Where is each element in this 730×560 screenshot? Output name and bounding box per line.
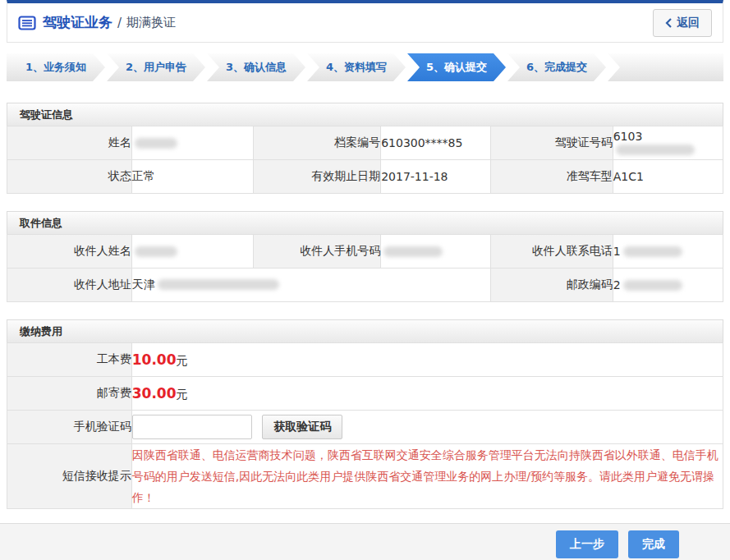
postcode-value: 2 xyxy=(613,269,723,302)
recipient-address-value: 天津 xyxy=(131,269,491,302)
license-card-icon xyxy=(18,16,36,30)
vehicle-class-value: A1C1 xyxy=(613,160,723,194)
recipient-name-value xyxy=(131,235,253,269)
post-fee-label: 邮寄费 xyxy=(7,377,132,411)
license-info-table: 姓名 档案编号 610300****85 驾驶证号码 6103 状态 正常 有效… xyxy=(7,126,723,194)
redacted-value xyxy=(158,279,279,290)
post-fee-value: 30.00元 xyxy=(131,377,723,411)
card-fee-unit: 元 xyxy=(177,354,188,367)
name-label: 姓名 xyxy=(7,126,132,160)
status-label: 状态 xyxy=(7,160,132,194)
pickup-info-table: 收件人姓名 收件人手机号码 收件人联系电话 1 收件人地址 天津 邮政编码 2 xyxy=(7,234,723,302)
page-header: 驾驶证业务 / 期满换证 返回 xyxy=(7,0,723,43)
table-row: 状态 正常 有效期止日期 2017-11-18 准驾车型 A1C1 xyxy=(7,160,723,194)
recipient-phone-value: 1 xyxy=(613,235,723,269)
file-number-value: 610300****85 xyxy=(381,126,491,160)
footer-action-bar: 上一步 完成 xyxy=(0,523,730,560)
sms-notice-text: 因陕西省联通、电信运营商技术问题，陕西省互联网交通安全综合服务管理平台无法向持陕… xyxy=(132,444,723,508)
step-tab-2[interactable]: 2、用户申告 xyxy=(107,53,205,81)
recipient-address-label: 收件人地址 xyxy=(7,269,132,302)
post-fee-unit: 元 xyxy=(177,388,188,401)
back-button-label: 返回 xyxy=(677,16,700,30)
recipient-phone-label: 收件人联系电话 xyxy=(491,235,613,269)
previous-step-button[interactable]: 上一步 xyxy=(556,530,618,558)
get-sms-code-button[interactable]: 获取验证码 xyxy=(262,415,342,439)
step-tab-1[interactable]: 1、业务须知 xyxy=(7,53,105,81)
redacted-value xyxy=(383,246,443,257)
section-title-pickup: 取件信息 xyxy=(7,211,723,234)
fees-table: 工本费 10.00元 邮寄费 30.00元 手机验证码 获取验证码 短信接收提 xyxy=(7,342,723,509)
chevron-left-icon xyxy=(665,18,672,28)
table-row: 邮寄费 30.00元 xyxy=(7,377,723,411)
redacted-value xyxy=(623,246,682,257)
license-number-value: 6103 xyxy=(613,126,723,160)
breadcrumb-separator: / xyxy=(117,16,122,30)
step-tabs: 1、业务须知 2、用户申告 3、确认信息 4、资料填写 5、确认提交 6、完成提… xyxy=(7,53,723,81)
breadcrumb-current: 期满换证 xyxy=(126,15,176,30)
postcode-label: 邮政编码 xyxy=(491,269,613,302)
table-row: 短信接收提示 因陕西省联通、电信运营商技术问题，陕西省互联网交通安全综合服务管理… xyxy=(7,444,723,509)
sms-code-input[interactable] xyxy=(132,415,252,439)
recipient-mobile-value xyxy=(381,235,491,269)
status-value: 正常 xyxy=(131,160,253,194)
section-title-license: 驾驶证信息 xyxy=(7,103,723,126)
finish-button[interactable]: 完成 xyxy=(628,530,679,558)
file-number-label: 档案编号 xyxy=(253,126,380,160)
table-row: 收件人姓名 收件人手机号码 收件人联系电话 1 xyxy=(7,235,723,269)
section-license-info: 驾驶证信息 姓名 档案编号 610300****85 驾驶证号码 6103 状态… xyxy=(7,103,723,194)
redacted-value xyxy=(616,145,695,155)
card-fee-value: 10.00元 xyxy=(131,343,723,377)
step-tab-6[interactable]: 6、完成提交 xyxy=(507,53,606,81)
step-tab-5-active[interactable]: 5、确认提交 xyxy=(407,53,506,81)
post-fee-amount: 30.00 xyxy=(132,385,177,402)
page: 驾驶证业务 / 期满换证 返回 1、业务须知 2、用户申告 3、确认信息 4、资… xyxy=(0,0,730,560)
name-value xyxy=(131,126,253,160)
vehicle-class-label: 准驾车型 xyxy=(491,160,613,194)
step-tab-3[interactable]: 3、确认信息 xyxy=(207,53,305,81)
table-row: 工本费 10.00元 xyxy=(7,343,723,377)
step-tabs-filler xyxy=(608,53,723,81)
sms-notice-cell: 因陕西省联通、电信运营商技术问题，陕西省互联网交通安全综合服务管理平台无法向持陕… xyxy=(131,444,723,509)
redacted-value xyxy=(135,138,177,149)
expiry-date-value: 2017-11-18 xyxy=(381,160,491,194)
table-row: 姓名 档案编号 610300****85 驾驶证号码 6103 xyxy=(7,126,723,160)
card-fee-label: 工本费 xyxy=(7,343,132,377)
table-row: 手机验证码 获取验证码 xyxy=(7,411,723,444)
sms-notice-label: 短信接收提示 xyxy=(7,444,132,509)
card-fee-amount: 10.00 xyxy=(132,351,177,368)
recipient-mobile-label: 收件人手机号码 xyxy=(253,235,380,269)
redacted-value xyxy=(623,280,682,291)
section-title-fees: 缴纳费用 xyxy=(7,319,723,342)
table-row: 收件人地址 天津 邮政编码 2 xyxy=(7,269,723,302)
redacted-value xyxy=(135,246,177,257)
sms-code-label: 手机验证码 xyxy=(7,411,132,444)
expiry-date-label: 有效期止日期 xyxy=(253,160,380,194)
recipient-name-label: 收件人姓名 xyxy=(7,235,132,269)
sms-code-cell: 获取验证码 xyxy=(131,411,723,444)
section-pickup-info: 取件信息 收件人姓名 收件人手机号码 收件人联系电话 1 收件人地址 天津 邮政… xyxy=(7,211,723,302)
step-tab-4[interactable]: 4、资料填写 xyxy=(307,53,406,81)
page-title: 驾驶证业务 xyxy=(43,13,112,32)
section-fees: 缴纳费用 工本费 10.00元 邮寄费 30.00元 手机验证码 获取验证码 xyxy=(7,319,723,509)
license-number-label: 驾驶证号码 xyxy=(491,126,613,160)
back-button[interactable]: 返回 xyxy=(653,9,712,37)
